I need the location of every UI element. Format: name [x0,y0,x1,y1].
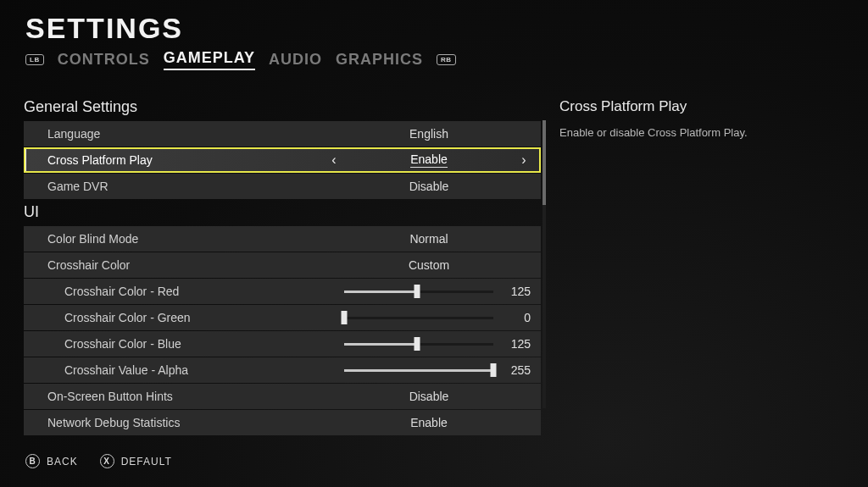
tab-audio[interactable]: AUDIO [269,51,322,69]
footer-bar: B BACK X DEFAULT [25,454,172,468]
row-label: Cross Platform Play [47,153,327,167]
row-label: Crosshair Color - Red [64,285,344,298]
chevron-right-icon[interactable]: › [517,152,531,168]
row-label: On-Screen Button Hints [47,390,327,403]
default-label: DEFAULT [121,456,172,468]
settings-list: General Settings Language English Cross … [24,95,541,436]
back-label: BACK [47,456,78,468]
scrollbar[interactable] [542,120,546,408]
row-label: Crosshair Color [47,258,327,272]
bumper-left-icon[interactable]: LB [25,54,44,65]
slider[interactable]: 125 [344,337,531,351]
row-network-debug[interactable]: Network Debug Statistics Enable [24,410,541,435]
slider-value: 255 [502,363,531,377]
tab-controls[interactable]: CONTROLS [58,51,150,69]
b-button-icon: B [25,454,40,468]
bumper-right-icon[interactable]: RB [437,54,456,65]
row-value: Enable [327,416,531,429]
row-crosshair-red[interactable]: Crosshair Color - Red 125 [24,279,541,304]
row-color-blind-mode[interactable]: Color Blind Mode Normal [24,226,541,252]
row-label: Language [47,127,327,141]
row-language[interactable]: Language English [24,121,541,147]
row-value: Custom [327,258,531,272]
page-title: SETTINGS [25,12,183,45]
detail-title: Cross Platform Play [559,98,839,115]
chevron-left-icon[interactable]: ‹ [327,152,341,168]
slider[interactable]: 125 [344,285,531,298]
back-button[interactable]: B BACK [25,454,78,468]
default-button[interactable]: X DEFAULT [100,454,172,468]
slider-value: 0 [502,311,531,324]
row-value: Enable [341,152,517,168]
row-label: Color Blind Mode [47,232,327,246]
row-label: Crosshair Color - Blue [64,337,344,351]
detail-panel: Cross Platform Play Enable or disable Cr… [559,98,839,141]
slider-value: 125 [502,337,531,351]
row-crosshair-blue[interactable]: Crosshair Color - Blue 125 [24,331,541,357]
section-general-header: General Settings [24,95,541,121]
row-label: Crosshair Value - Alpha [64,363,344,377]
detail-description: Enable or disable Cross Platform Play. [559,125,839,141]
row-game-dvr[interactable]: Game DVR Disable [24,174,541,199]
tab-gameplay[interactable]: GAMEPLAY [164,49,255,70]
row-cross-platform-play[interactable]: Cross Platform Play ‹ Enable › [24,147,541,173]
row-crosshair-alpha[interactable]: Crosshair Value - Alpha 255 [24,357,541,383]
row-label: Network Debug Statistics [47,416,327,429]
slider[interactable]: 0 [344,311,531,324]
scrollbar-thumb[interactable] [542,120,546,205]
row-crosshair-color[interactable]: Crosshair Color Custom [24,252,541,278]
row-value: Normal [327,232,531,246]
row-value: Disable [327,180,531,193]
section-ui-header: UI [24,200,541,226]
row-value: English [327,127,531,141]
row-label: Crosshair Color - Green [64,311,344,324]
row-label: Game DVR [47,180,327,193]
slider[interactable]: 255 [344,363,531,377]
tab-graphics[interactable]: GRAPHICS [336,51,423,69]
row-onscreen-hints[interactable]: On-Screen Button Hints Disable [24,384,541,409]
row-value: Disable [327,390,531,403]
row-crosshair-green[interactable]: Crosshair Color - Green 0 [24,305,541,330]
slider-value: 125 [502,285,531,298]
tab-bar: LB CONTROLS GAMEPLAY AUDIO GRAPHICS RB [25,49,456,70]
x-button-icon: X [100,454,114,468]
